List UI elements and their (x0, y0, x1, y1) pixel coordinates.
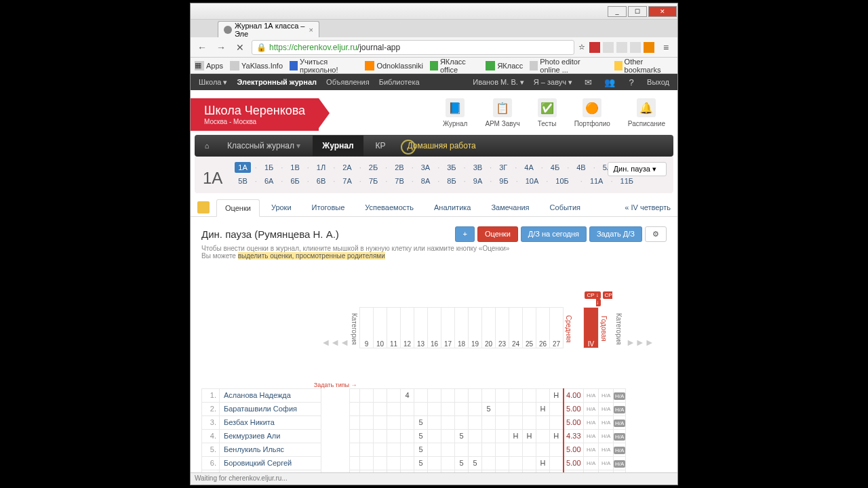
scroll-right[interactable]: ►►► (626, 307, 654, 348)
user-menu[interactable]: Иванов М. В. ▾ (473, 78, 524, 87)
grade-cell[interactable] (536, 429, 550, 443)
grade-cell[interactable] (496, 415, 509, 429)
maximize-button[interactable]: ☐ (628, 6, 647, 17)
class-4А[interactable]: 4А (521, 162, 536, 173)
grade-cell[interactable] (455, 415, 469, 429)
grade-cell[interactable] (441, 415, 455, 429)
back-button[interactable]: ← (195, 40, 210, 55)
subnav-item[interactable]: Домашняя работа (398, 136, 486, 156)
nav-item[interactable]: Электронный журнал (237, 78, 317, 86)
set-hw-button[interactable]: Задать Д/З (589, 226, 642, 242)
bookmark[interactable]: ▦Apps (195, 61, 223, 70)
class-4Б[interactable]: 4Б (547, 162, 563, 173)
class-1Б[interactable]: 1Б (261, 162, 277, 173)
class-6Б[interactable]: 6Б (287, 176, 302, 186)
grade-cell[interactable] (469, 443, 482, 456)
grade-cell[interactable] (374, 388, 387, 402)
grade-cell[interactable] (401, 456, 414, 470)
bookmark[interactable]: Учиться прикольно! (290, 58, 358, 74)
grade-cell[interactable] (441, 443, 455, 456)
grade-cell[interactable] (401, 415, 414, 429)
class-3Г[interactable]: 3Г (496, 162, 511, 173)
grade-cell[interactable]: Н (536, 402, 550, 415)
role-menu[interactable]: Я – завуч ▾ (534, 78, 572, 87)
grade-cell[interactable] (482, 415, 496, 429)
grade-cell[interactable] (509, 402, 523, 415)
app-Тесты[interactable]: ✅Тесты (538, 98, 557, 127)
day-header[interactable]: 26 (536, 307, 550, 348)
grade-cell[interactable] (387, 415, 401, 429)
grade-cell[interactable] (482, 388, 496, 402)
scroll-left[interactable]: ◄◄◄ (321, 307, 350, 348)
app-АРМ Завуч[interactable]: 📋АРМ Завуч (485, 98, 519, 127)
grade-cell[interactable]: 5 (455, 456, 469, 470)
grade-cell[interactable]: 5 (482, 402, 496, 415)
grade-cell[interactable] (428, 443, 441, 456)
class-1А[interactable]: 1А (235, 162, 250, 173)
day-header[interactable]: 24 (509, 307, 523, 348)
app-Расписание[interactable]: 🔔Расписание (628, 98, 665, 127)
class-10Б[interactable]: 10Б (552, 176, 572, 186)
grade-cell[interactable] (536, 443, 550, 456)
class-6В[interactable]: 6В (313, 176, 329, 186)
stop-button[interactable]: ✕ (233, 40, 248, 55)
grade-cell[interactable] (523, 456, 536, 470)
subnav-item[interactable]: КР (366, 136, 395, 156)
grade-cell[interactable] (523, 388, 536, 402)
grade-cell[interactable] (441, 402, 455, 415)
class-4В[interactable]: 4В (573, 162, 589, 173)
grade-cell[interactable] (401, 429, 414, 443)
class-5В[interactable]: 5В (235, 176, 250, 186)
grade-cell[interactable] (414, 388, 428, 402)
day-header[interactable]: 13 (414, 307, 428, 348)
star-icon[interactable]: ☆ (578, 43, 585, 52)
grade-cell[interactable] (509, 388, 523, 402)
grade-cell[interactable] (469, 402, 482, 415)
grade-cell[interactable] (509, 443, 523, 456)
class-9Б[interactable]: 9Б (496, 176, 511, 186)
grade-cell[interactable] (496, 456, 509, 470)
grade-cell[interactable] (360, 456, 374, 470)
grade-cell[interactable] (374, 456, 387, 470)
grade-cell[interactable] (374, 443, 387, 456)
grade-cell[interactable] (360, 388, 374, 402)
student-name[interactable]: Боровицкий Сергей (220, 456, 321, 470)
quarter-label[interactable]: « IV четверть (625, 203, 671, 211)
grade-cell[interactable]: Н (509, 429, 523, 443)
class-3Б[interactable]: 3Б (443, 162, 459, 173)
grade-cell[interactable] (428, 456, 441, 470)
class-8А[interactable]: 8А (418, 176, 433, 186)
app-Портфолио[interactable]: 🟠Портфолио (574, 98, 610, 127)
tab-remarks[interactable]: Замечания (482, 199, 538, 216)
grade-cell[interactable] (428, 402, 441, 415)
day-header[interactable]: 23 (496, 307, 509, 348)
grade-cell[interactable]: Н (550, 429, 564, 443)
grade-cell[interactable] (509, 456, 523, 470)
grade-cell[interactable]: Н (550, 388, 564, 402)
grade-cell[interactable] (441, 429, 455, 443)
app-Журнал[interactable]: 📘Журнал (443, 98, 468, 127)
class-3А[interactable]: 3А (418, 162, 433, 173)
grade-cell[interactable] (509, 415, 523, 429)
day-header[interactable]: 16 (428, 307, 441, 348)
nav-item[interactable]: Объявления (326, 78, 370, 86)
grade-cell[interactable] (387, 443, 401, 456)
grade-cell[interactable] (482, 456, 496, 470)
day-header[interactable]: 19 (469, 307, 482, 348)
grade-cell[interactable] (387, 429, 401, 443)
class-2Б[interactable]: 2Б (366, 162, 381, 173)
tab-close-icon[interactable]: × (309, 26, 313, 34)
grade-cell[interactable] (550, 456, 564, 470)
class-8Б[interactable]: 8Б (443, 176, 459, 186)
tab-events[interactable]: События (541, 199, 589, 216)
class-11А[interactable]: 11А (587, 176, 607, 186)
class-3В[interactable]: 3В (470, 162, 486, 173)
tab-lessons[interactable]: Уроки (262, 199, 300, 216)
class-1Л[interactable]: 1Л (313, 162, 329, 173)
day-header[interactable]: 25 (523, 307, 536, 348)
grade-cell[interactable] (482, 443, 496, 456)
subnav-item[interactable]: Журнал (313, 136, 363, 156)
grade-cell[interactable] (360, 443, 374, 456)
grade-cell[interactable]: 5 (455, 429, 469, 443)
grade-cell[interactable] (387, 456, 401, 470)
